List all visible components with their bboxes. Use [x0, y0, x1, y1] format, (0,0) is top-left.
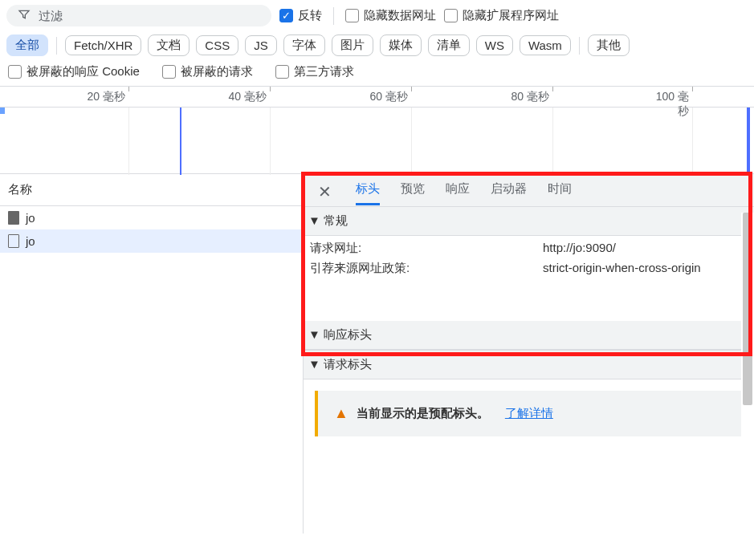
- timeline-ruler: 20 毫秒 40 毫秒 60 毫秒 80 毫秒 100 毫秒: [0, 87, 754, 108]
- type-filter-row: 全部 Fetch/XHR 文档 CSS JS 字体 图片 媒体 清单 WS Wa…: [0, 31, 754, 61]
- section-request-headers[interactable]: ▼请求标头: [304, 350, 754, 379]
- type-tab-fetch[interactable]: Fetch/XHR: [65, 35, 141, 55]
- hide-ext-label: 隐藏扩展程序网址: [463, 8, 559, 23]
- scrollbar-thumb[interactable]: [743, 213, 752, 405]
- provisional-headers-warning: ▲ 当前显示的是预配标头。 了解详情: [315, 391, 743, 436]
- warning-icon: ▲: [334, 405, 348, 422]
- filter-input-wrap[interactable]: [6, 5, 271, 26]
- request-name: jo: [26, 211, 35, 225]
- type-tab-other[interactable]: 其他: [588, 34, 630, 56]
- blocked-cookies-checkbox[interactable]: 被屏蔽的响应 Cookie: [8, 64, 140, 79]
- chevron-down-icon: ▼: [308, 213, 320, 227]
- section-general-label: 常规: [324, 213, 348, 227]
- check-icon: ✓: [279, 9, 293, 22]
- type-tab-css[interactable]: CSS: [196, 35, 238, 55]
- request-row[interactable]: jo: [0, 206, 303, 229]
- tab-preview[interactable]: 预览: [401, 181, 425, 205]
- close-icon[interactable]: ✕: [315, 181, 335, 206]
- type-tab-ws[interactable]: WS: [476, 35, 513, 55]
- type-tab-wasm[interactable]: Wasm: [520, 35, 571, 55]
- type-tab-font[interactable]: 字体: [283, 34, 325, 56]
- check-icon: [275, 65, 289, 79]
- type-tab-media[interactable]: 媒体: [380, 34, 422, 56]
- type-tab-all[interactable]: 全部: [6, 34, 48, 56]
- referrer-policy-label: 引荐来源网址政策:: [310, 261, 543, 276]
- check-icon: [8, 65, 22, 79]
- filter-input[interactable]: [37, 8, 260, 23]
- timeline-cursor: [180, 108, 181, 175]
- timeline-end: [747, 108, 750, 175]
- warning-text: 当前显示的是预配标头。: [357, 406, 489, 421]
- scrollbar[interactable]: [741, 213, 754, 534]
- tab-headers[interactable]: 标头: [356, 181, 380, 205]
- type-tab-img[interactable]: 图片: [332, 34, 373, 56]
- separator: [333, 7, 334, 25]
- request-list: 名称 jo jo: [0, 174, 304, 534]
- tab-timing[interactable]: 时间: [548, 181, 572, 205]
- type-tab-js[interactable]: JS: [245, 35, 277, 55]
- invert-label: 反转: [298, 8, 322, 23]
- section-request-headers-label: 请求标头: [324, 357, 372, 371]
- document-icon: [8, 234, 19, 248]
- document-icon: [8, 211, 19, 225]
- request-name: jo: [26, 234, 35, 248]
- check-icon: [162, 65, 176, 79]
- detail-tabs: ✕ 标头 预览 响应 启动器 时间: [304, 174, 754, 207]
- chevron-down-icon: ▼: [308, 327, 320, 341]
- filter-icon: [18, 8, 31, 23]
- tab-response[interactable]: 响应: [446, 181, 470, 205]
- invert-checkbox[interactable]: ✓ 反转: [279, 8, 322, 23]
- tick-label: 20 毫秒: [84, 90, 125, 104]
- column-header-name[interactable]: 名称: [0, 174, 303, 206]
- timeline-bar: [0, 108, 5, 114]
- tick-label: 60 毫秒: [366, 90, 408, 104]
- separator: [579, 37, 580, 55]
- blocked-req-label: 被屏蔽的请求: [181, 64, 253, 79]
- hide-data-checkbox[interactable]: 隐藏数据网址: [345, 8, 436, 23]
- learn-more-link[interactable]: 了解详情: [505, 406, 553, 421]
- type-tab-doc[interactable]: 文档: [148, 34, 190, 56]
- section-response-headers[interactable]: ▼响应标头: [304, 321, 754, 350]
- detail-pane: ✕ 标头 预览 响应 启动器 时间 ▼常规 请求网址: http://jo:90…: [304, 174, 754, 534]
- request-url-label: 请求网址:: [310, 241, 543, 256]
- request-url-value: http://jo:9090/: [543, 241, 748, 256]
- tick-label: 80 毫秒: [507, 90, 549, 104]
- type-tab-manifest[interactable]: 清单: [428, 34, 470, 56]
- hide-data-label: 隐藏数据网址: [364, 8, 436, 23]
- blocked-req-checkbox[interactable]: 被屏蔽的请求: [162, 64, 253, 79]
- chevron-down-icon: ▼: [308, 357, 320, 371]
- blocked-cookies-label: 被屏蔽的响应 Cookie: [26, 64, 140, 79]
- section-general[interactable]: ▼常规: [304, 207, 754, 236]
- third-party-checkbox[interactable]: 第三方请求: [275, 64, 354, 79]
- third-party-label: 第三方请求: [294, 64, 354, 79]
- check-icon: [345, 9, 359, 22]
- tick-label: 40 毫秒: [225, 90, 267, 104]
- request-row[interactable]: jo: [0, 229, 303, 253]
- referrer-policy-value: strict-origin-when-cross-origin: [543, 261, 748, 276]
- timeline[interactable]: 20 毫秒 40 毫秒 60 毫秒 80 毫秒 100 毫秒: [0, 86, 754, 174]
- timeline-body: [0, 108, 754, 175]
- section-response-headers-label: 响应标头: [324, 327, 372, 341]
- hide-ext-checkbox[interactable]: 隐藏扩展程序网址: [444, 8, 559, 23]
- check-icon: [444, 9, 458, 22]
- separator: [56, 37, 57, 55]
- tab-initiator[interactable]: 启动器: [491, 181, 527, 205]
